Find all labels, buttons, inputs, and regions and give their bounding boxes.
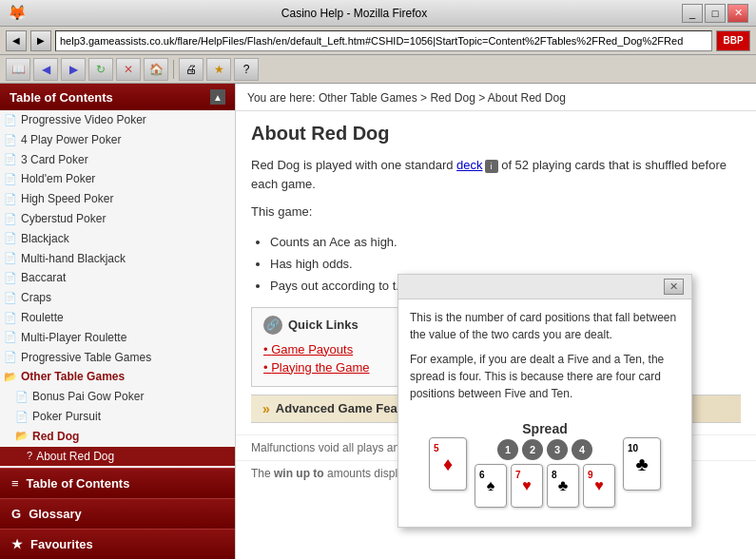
glossary-button[interactable]: G Glossary <box>0 498 235 529</box>
toc-item-multiplayer-roulette[interactable]: 📄 Multi-Player Roulette <box>0 328 235 348</box>
spread-num-1: 1 <box>497 439 518 460</box>
card-five-diamonds: 5 ♦ <box>429 437 467 491</box>
book-icon: 📄 <box>15 390 29 404</box>
sidebar-scroll-up[interactable]: ▲ <box>210 89 225 105</box>
card-6-spades: 6 ♠ <box>475 464 507 508</box>
forward-button[interactable]: ▶ <box>30 30 51 51</box>
window-title: Casino Help - Mozilla Firefox <box>27 7 682 20</box>
book-icon: 📄 <box>4 251 17 265</box>
favourites-button[interactable]: ★ Favourites <box>0 529 235 559</box>
toolbar-separator <box>173 60 174 79</box>
help-button[interactable]: ? <box>234 58 259 81</box>
stop-button[interactable]: ✕ <box>116 58 141 81</box>
addon-button[interactable]: BBP <box>716 30 750 51</box>
sidebar-title: Table of Contents <box>10 90 113 105</box>
book-icon: 📄 <box>4 291 17 305</box>
toc-item-blackjack[interactable]: 📄 Blackjack <box>0 229 235 249</box>
content-area: You are here: Other Table Games > Red Do… <box>236 84 756 559</box>
spread-num-4: 4 <box>572 439 592 460</box>
toc-item-holdem[interactable]: 📄 Hold'em Poker <box>0 169 235 189</box>
book-icon: 📄 <box>4 330 17 344</box>
tooltip-close-button[interactable]: ✕ <box>664 279 684 295</box>
toc-item-3card[interactable]: 📄 3 Card Poker <box>0 150 235 170</box>
book-icon: 📄 <box>4 311 17 325</box>
game-label: This game: <box>251 202 741 222</box>
page-icon: ? <box>27 449 32 463</box>
toc-item-baccarat[interactable]: 📄 Baccarat <box>0 268 235 288</box>
address-input[interactable] <box>55 30 712 51</box>
book-icon: 📄 <box>4 231 17 245</box>
glossary-button-icon: G <box>11 507 21 521</box>
book-icon: 📄 <box>15 410 29 424</box>
win-up-to-label: win up to <box>274 467 324 480</box>
toc-item-about-red-dog[interactable]: ? About Red Dog <box>0 447 235 467</box>
bookmark-button[interactable]: ★ <box>206 58 231 81</box>
window-controls: _ □ ✕ <box>682 4 748 23</box>
spread-num-2: 2 <box>522 439 543 460</box>
spread-cards: 6 ♠ 7 ♥ 8 ♣ 9 <box>475 464 615 508</box>
book-icon: 📄 <box>4 152 17 166</box>
info-icon[interactable]: i <box>485 160 498 173</box>
toc-item-craps[interactable]: 📄 Craps <box>0 288 235 308</box>
card-ten-clubs: 10 ♣ <box>623 437 661 491</box>
title-bar: 🦊 Casino Help - Mozilla Firefox _ □ ✕ <box>0 0 756 27</box>
breadcrumb: You are here: Other Table Games > Red Do… <box>236 84 756 111</box>
sidebar: Table of Contents ▲ 📄 Progressive Video … <box>0 84 236 559</box>
minimize-button[interactable]: _ <box>682 4 703 23</box>
toc-item-roulette[interactable]: 📄 Roulette <box>0 308 235 328</box>
advanced-arrow-icon: » <box>262 401 270 416</box>
spread-numbers: 1 2 3 4 <box>475 439 615 460</box>
sidebar-content: 📄 Progressive Video Poker 📄 4 Play Power… <box>0 110 235 468</box>
refresh-button[interactable]: ↻ <box>88 58 113 81</box>
back-button[interactable]: ◀ <box>6 30 27 51</box>
toc-item-progressive-table[interactable]: 📄 Progressive Table Games <box>0 348 235 368</box>
spread-num-3: 3 <box>547 439 568 460</box>
book-icon: 📄 <box>4 212 17 226</box>
book-icon: 📄 <box>4 350 17 364</box>
toc-item-other-table-games[interactable]: 📂 Other Table Games <box>0 367 235 387</box>
book-icon[interactable]: 📖 <box>6 58 30 81</box>
glossary-button-label: Glossary <box>29 507 82 521</box>
toc-item-bonus-pai-gow[interactable]: 📄 Bonus Pai Gow Poker <box>0 387 235 407</box>
toolbar: 📖 ◀ ▶ ↻ ✕ 🏠 🖨 ★ ? <box>0 55 756 84</box>
close-button[interactable]: ✕ <box>727 4 748 23</box>
bullet-item-2: Has high odds. <box>270 253 741 275</box>
toc-item-highspeed[interactable]: 📄 High Speed Poker <box>0 189 235 209</box>
print-button[interactable]: 🖨 <box>179 58 204 81</box>
home-button[interactable]: 🏠 <box>144 58 168 81</box>
book-icon: 📄 <box>4 113 17 127</box>
folder-open-icon: 📂 <box>15 429 29 443</box>
back-tool-button[interactable]: ◀ <box>33 58 58 81</box>
toc-item-progressive-video-poker[interactable]: 📄 Progressive Video Poker <box>0 110 235 130</box>
toc-item-4play[interactable]: 📄 4 Play Power Poker <box>0 130 235 150</box>
favourites-button-label: Favourites <box>30 537 93 551</box>
spread-label: Spread <box>482 419 608 439</box>
folder-open-icon: 📂 <box>4 370 17 384</box>
toc-item-red-dog[interactable]: 📂 Red Dog <box>0 427 235 447</box>
tooltip-popup: ✕ This is the number of card positions t… <box>397 274 692 528</box>
deck-link[interactable]: deck <box>456 158 482 172</box>
quick-links-title: Quick Links <box>288 318 359 332</box>
toc-item-poker-pursuit[interactable]: 📄 Poker Pursuit <box>0 407 235 427</box>
address-bar: ◀ ▶ BBP <box>0 27 756 55</box>
bullet-item-1: Counts an Ace as high. <box>270 231 741 253</box>
forward-tool-button[interactable]: ▶ <box>61 58 86 81</box>
main-container: Table of Contents ▲ 📄 Progressive Video … <box>0 84 756 559</box>
toc-button-icon: ≡ <box>11 476 19 491</box>
book-icon: 📄 <box>4 172 17 186</box>
spread-section: Spread 1 2 3 4 6 ♠ <box>475 419 615 508</box>
tooltip-para-2: For example, if you are dealt a Five and… <box>410 351 680 402</box>
toc-item-cyberstud[interactable]: 📄 Cyberstud Poker <box>0 209 235 229</box>
intro-paragraph: Red Dog is played with one standard deck… <box>251 156 741 193</box>
toc-button[interactable]: ≡ Table of Contents <box>0 468 235 498</box>
sidebar-bottom: ≡ Table of Contents G Glossary ★ Favouri… <box>0 468 235 559</box>
book-icon: 📄 <box>4 271 17 285</box>
maximize-button[interactable]: □ <box>705 4 726 23</box>
tooltip-header: ✕ <box>398 275 691 299</box>
sidebar-header: Table of Contents ▲ <box>0 84 235 110</box>
card-9-hearts: 9 ♥ <box>583 464 615 508</box>
tooltip-body: This is the number of card positions tha… <box>398 299 691 527</box>
page-title: About Red Dog <box>251 123 741 145</box>
toc-item-multihand-blackjack[interactable]: 📄 Multi-hand Blackjack <box>0 249 235 269</box>
tooltip-para-1: This is the number of card positions tha… <box>410 309 680 343</box>
